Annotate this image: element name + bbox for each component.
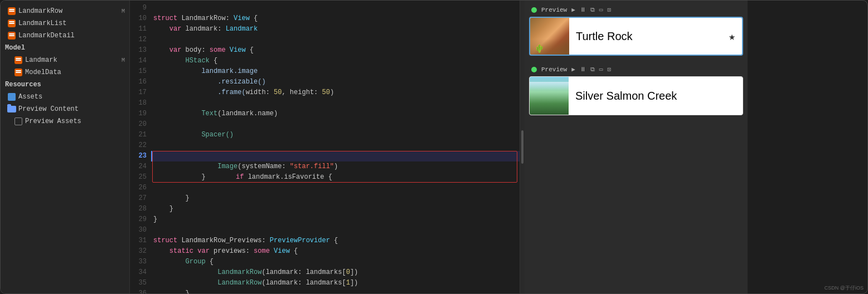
sidebar-item-landmark[interactable]: Landmark M [1,54,129,66]
sidebar-item-preview-content[interactable]: Preview Content [1,103,129,115]
swift-file-icon [7,19,16,28]
code-line-20 [151,119,520,130]
swift-file-icon [7,31,16,40]
sidebar-item-label: LandmarkDetail [18,32,75,40]
highlight-region: if landmark.isFavorite { Image(systemNam… [151,151,520,183]
code-line-17: .frame(width: 50, height: 50) [151,87,520,98]
code-line-34: LandmarkRow(landmark: landmarks[0]) [151,267,520,278]
sidebar-item-label: LandmarkRow [18,7,62,15]
sidebar-item-preview-assets[interactable]: Preview Assets [1,115,129,128]
code-editor: 9 10 11 12 13 14 15 16 17 18 19 20 21 22… [130,1,520,293]
code-line-26 [151,183,520,193]
preview-card-silver-salmon: Silver Salmon Creek [529,76,743,115]
sidebar-item-label: Model [5,44,25,52]
code-line-32: static var previews: some View { [151,246,520,257]
display-icon[interactable]: ▭ [599,6,603,13]
swift-file-icon [14,56,23,65]
pause-icon-2[interactable]: ⏸ [580,66,586,73]
play-icon[interactable]: ▶ [571,6,575,13]
duplicate-icon[interactable]: ⧉ [590,7,595,13]
duplicate-icon-2[interactable]: ⧉ [590,66,595,73]
code-line-28: } [151,204,520,214]
sidebar-item-label: Preview Assets [25,117,81,125]
sidebar-item-landmark-detail[interactable]: LandmarkDetail [1,30,129,42]
preview-toolbar-2: Preview ▶ ⏸ ⧉ ▭ ⊡ [529,65,743,74]
code-line-22 [151,140,520,151]
code-line-19: Text(landmark.name) [151,109,520,119]
asset-catalog-icon [7,92,16,101]
code-line-18 [151,98,520,109]
code-line-9 [151,3,520,13]
swift-file-icon [14,68,23,77]
favorite-star-icon: ★ [729,30,742,43]
play-icon-2[interactable]: ▶ [571,66,575,73]
live-indicator-dot [531,7,537,13]
current-line-indicator [151,151,152,161]
more-icon[interactable]: ⊡ [607,6,611,13]
code-line-31: struct LandmarkRow_Previews: PreviewProv… [151,236,520,246]
code-line-25: } [151,172,520,183]
sidebar-item-label: ModelData [25,68,61,76]
preview-asset-icon [14,117,23,126]
code-line-16: .resizable() [151,77,520,87]
sidebar-item-landmark-list[interactable]: LandmarkList [1,17,129,30]
silver-salmon-title: Silver Salmon Creek [569,90,743,102]
sidebar-item-assets[interactable]: Assets [1,91,129,103]
code-line-11: var landmark: Landmark [151,24,520,35]
code-line-13: var body: some View { [151,45,520,56]
modified-badge: M [122,8,125,14]
preview-label-2: Preview [541,66,567,73]
turtle-rock-image [530,17,569,56]
sidebar-item-landmark-row[interactable]: LandmarkRow M [1,5,129,17]
code-line-10: struct LandmarkRow: View { [151,13,520,24]
swift-file-icon [7,7,16,16]
silver-salmon-image [530,76,569,115]
watermark: CSDN @于仔iOS [825,285,864,292]
more-icon-2[interactable]: ⊡ [607,66,611,73]
display-icon-2[interactable]: ▭ [599,66,603,73]
scrollbar[interactable] [520,1,525,293]
code-line-36: } [151,288,520,293]
preview-toolbar-1: Preview ▶ ⏸ ⧉ ▭ ⊡ [529,5,743,14]
live-indicator-dot-2 [531,67,537,72]
code-line-21: Spacer() [151,130,520,140]
sidebar-item-label: Landmark [25,56,57,64]
file-navigator: LandmarkRow M LandmarkList LandmarkDetai… [1,1,130,293]
sidebar-item-label: Resources [5,81,41,89]
preview-block-turtle-rock: Preview ▶ ⏸ ⧉ ▭ ⊡ Turtle Rock ★ [529,5,743,56]
code-line-15: landmark.image [151,66,520,77]
turtle-rock-title: Turtle Rock [569,30,729,43]
folder-icon [7,105,16,114]
code-line-33: Group { [151,257,520,267]
pause-icon[interactable]: ⏸ [580,6,586,13]
preview-label-1: Preview [541,7,567,13]
preview-block-silver-salmon: Preview ▶ ⏸ ⧉ ▭ ⊡ Silver Salmon Creek [529,65,743,115]
code-line-12 [151,35,520,45]
code-line-24: Image(systemName: "star.fill") [151,161,520,172]
code-line-29: } [151,214,520,225]
code-line-27: } [151,193,520,204]
code-line-35: LandmarkRow(landmark: landmarks[1]) [151,278,520,288]
sidebar-item-model-data[interactable]: ModelData [1,66,129,79]
sidebar-item-model[interactable]: Model [1,42,129,54]
sidebar-item-label: Assets [18,93,42,101]
line-numbers: 9 10 11 12 13 14 15 16 17 18 19 20 21 22… [130,1,151,293]
scrollbar-thumb[interactable] [521,130,523,164]
code-line-30 [151,225,520,236]
preview-card-turtle-rock: Turtle Rock ★ [529,17,743,56]
code-line-14: HStack { [151,56,520,66]
code-content[interactable]: struct LandmarkRow: View { var landmark:… [151,1,520,293]
sidebar-item-label: LandmarkList [18,19,66,27]
sidebar-item-resources[interactable]: Resources [1,79,129,91]
sidebar-item-label: Preview Content [18,105,79,113]
modified-badge: M [122,57,125,63]
code-line-23: if landmark.isFavorite { [151,151,520,161]
preview-panel: Preview ▶ ⏸ ⧉ ▭ ⊡ Turtle Rock ★ Preview … [525,1,748,293]
